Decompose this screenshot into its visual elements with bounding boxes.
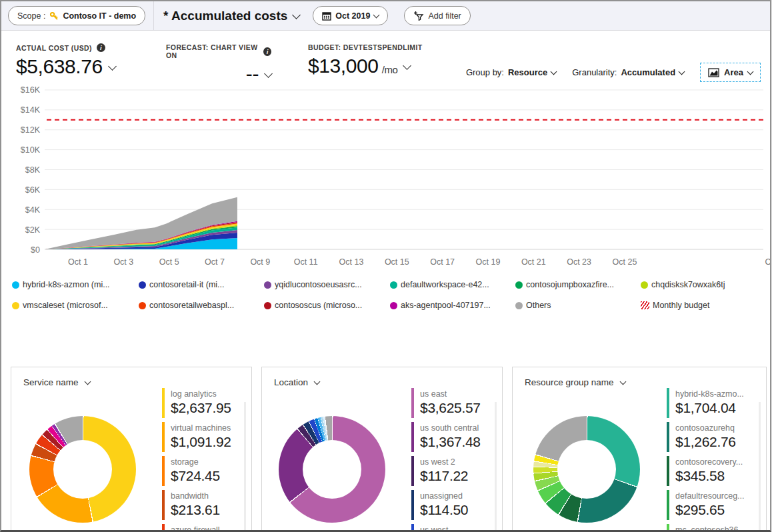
chevron-down-icon [747, 69, 754, 75]
legend-item-vmscaleset-microsof[interactable]: vmscaleset (microsof... [12, 298, 139, 313]
svg-text:$8K: $8K [25, 165, 41, 175]
actual-cost-dropdown[interactable]: $5,638.76 [16, 55, 115, 78]
breakdown-item-log-analytics: log analytics$2,637.95 [162, 388, 231, 418]
monthly-budget-hatch-icon [641, 301, 649, 309]
series-color-dot [390, 281, 397, 289]
resource-group-donut-chart[interactable] [533, 416, 640, 523]
granularity-dropdown[interactable]: Granularity: Accumulated [572, 67, 684, 77]
breakdown-item-virtual-machines: virtual machines$1,091.92 [162, 422, 231, 452]
series-color-dot [390, 302, 397, 309]
budget-value: $13,000 [308, 55, 379, 77]
donut-card-location: Location us east$3,625.57us south centra… [261, 367, 503, 532]
breakdown-item-hybrid-k8s-azmo: hybrid-k8s-azmo...$1,704.04 [667, 388, 745, 418]
svg-text:Oct 11: Oct 11 [294, 257, 318, 267]
area-chart-icon [708, 68, 719, 77]
legend-scrollbar[interactable] [244, 402, 246, 532]
legend-item-defaultworkspace-e42[interactable]: defaultworkspace-e42... [390, 277, 515, 292]
legend-scrollbar[interactable] [495, 402, 497, 532]
key-icon [49, 11, 59, 21]
info-icon[interactable]: i [97, 43, 105, 52]
group-by-label: Group by: [466, 67, 504, 77]
resource-group-breakdown-list: hybrid-k8s-azmo...$1,704.04contosoazureh… [667, 388, 745, 532]
info-icon[interactable]: i [263, 47, 271, 56]
add-filter-button[interactable]: Add filter [404, 6, 470, 25]
svg-text:Oct 19: Oct 19 [476, 257, 501, 267]
view-title-dropdown[interactable]: * Accumulated costs [163, 9, 299, 23]
chevron-down-icon [373, 12, 380, 19]
card-title: Location [274, 377, 308, 387]
legend-item-contososcus-microso[interactable]: contososcus (microso... [264, 298, 390, 313]
legend-label: vmscaleset (microsof... [23, 301, 108, 310]
chevron-down-icon [551, 69, 557, 75]
group-by-dropdown[interactable]: Group by: Resource [466, 67, 556, 77]
breakdown-item-contosorecovery: contosorecovery...$345.58 [667, 456, 745, 486]
scope-selector[interactable]: Scope : Contoso IT - demo [8, 6, 145, 25]
legend-item-contosojumpboxazfire[interactable]: contosojumpboxazfire... [515, 277, 641, 292]
legend-item-chqdisksk7owxak6tj[interactable]: chqdisksk7owxak6tj [641, 277, 770, 292]
series-color-dot [12, 302, 19, 309]
card-title: Service name [23, 377, 79, 387]
breakdown-label: us west 2 [420, 457, 481, 467]
breakdown-value: $295.65 [675, 502, 745, 518]
kpi-budget: BUDGET: DEVTESTSPENDLIMIT $13,000 /mo [308, 43, 423, 77]
scope-label: Scope : [17, 11, 45, 21]
donut-card-service-name: Service name log analytics$2,637.95virtu… [11, 367, 252, 532]
legend-item-contosoretailwebaspl[interactable]: contosoretailwebaspl... [139, 298, 264, 313]
svg-text:$4K: $4K [25, 205, 41, 215]
legend-item-hybrid-k8s-azmon-mi[interactable]: hybrid-k8s-azmon (mi... [12, 277, 139, 292]
legend-scrollbar[interactable] [759, 402, 761, 532]
breakdown-item-contosoazurehq: contosoazurehq$1,262.76 [667, 422, 745, 452]
breakdown-label: us west [420, 525, 481, 532]
date-range-picker[interactable]: Oct 2019 [313, 6, 388, 25]
resource-group-pivot-dropdown[interactable]: Resource group name [513, 367, 766, 387]
breakdown-value: $117.22 [420, 468, 481, 484]
svg-text:Oct 1: Oct 1 [68, 257, 88, 267]
accumulated-cost-area-chart[interactable]: $0$2K$4K$6K$8K$10K$12K$14K$16KOct 1Oct 3… [1, 86, 770, 275]
legend-item-aks-agentpool-407197[interactable]: aks-agentpool-407197... [390, 298, 515, 313]
legend-label: Monthly budget [653, 301, 709, 310]
legend-item-others[interactable]: Others [515, 298, 641, 313]
budget-dropdown[interactable]: $13,000 /mo [308, 55, 423, 77]
breakdown-label: us south central [420, 423, 481, 433]
svg-text:$6K: $6K [25, 185, 41, 195]
legend-label: aks-agentpool-407197... [401, 301, 491, 310]
chevron-down-icon [679, 69, 685, 75]
breakdown-value: $1,091.92 [171, 434, 231, 450]
chevron-down-icon [108, 62, 117, 71]
breakdown-item-unassigned: unassigned$114.50 [411, 490, 481, 520]
actual-cost-value: $5,638.76 [16, 55, 103, 78]
location-pivot-dropdown[interactable]: Location [262, 367, 502, 387]
svg-text:$10K: $10K [21, 145, 41, 155]
chevron-down-icon [264, 69, 273, 78]
breakdown-label: bandwidth [171, 491, 231, 501]
breakdown-label: unassigned [420, 491, 481, 501]
date-range-value: Oct 2019 [335, 11, 370, 21]
legend-item-contosoretail-it-mi[interactable]: contosoretail-it (mi... [139, 277, 264, 292]
legend-item-yqidlucontosoeusasrc[interactable]: yqidlucontosoeusasrc... [264, 277, 390, 292]
breakdown-label: defaultresourceg... [675, 491, 745, 501]
chevron-down-icon [84, 379, 91, 385]
location-donut-chart[interactable] [279, 416, 385, 523]
service-name-pivot-dropdown[interactable]: Service name [11, 367, 251, 387]
svg-text:Oct 5: Oct 5 [159, 257, 179, 267]
legend-label: hybrid-k8s-azmon (mi... [23, 280, 110, 289]
cost-analysis-window: Scope : Contoso IT - demo * Accumulated … [0, 0, 771, 532]
service-name-donut-chart[interactable] [29, 416, 136, 523]
legend-label: contosojumpboxazfire... [526, 280, 614, 289]
svg-text:Oct 23: Oct 23 [567, 257, 591, 267]
chart-type-selector[interactable]: Area [700, 63, 761, 82]
forecast-dropdown[interactable]: -- [166, 63, 271, 85]
actual-cost-label: ACTUAL COST (USD) [16, 44, 92, 52]
chevron-down-icon [292, 11, 301, 19]
breakdown-label: mc_contososh36... [675, 525, 745, 532]
breakdown-value: $3,625.57 [420, 400, 481, 416]
divider [153, 1, 154, 30]
breakdown-item-us-west-2: us west 2$117.22 [411, 456, 481, 486]
legend-label: contosoretailwebaspl... [149, 301, 234, 310]
legend-label: yqidlucontosoeusasrc... [275, 280, 362, 289]
breakdown-value: $213.61 [171, 502, 231, 518]
breakdown-label: storage [171, 457, 231, 467]
breakdown-label: log analytics [171, 389, 231, 399]
breakdown-label: contosorecovery... [675, 457, 745, 467]
legend-item-monthly-budget[interactable]: Monthly budget [641, 298, 770, 313]
